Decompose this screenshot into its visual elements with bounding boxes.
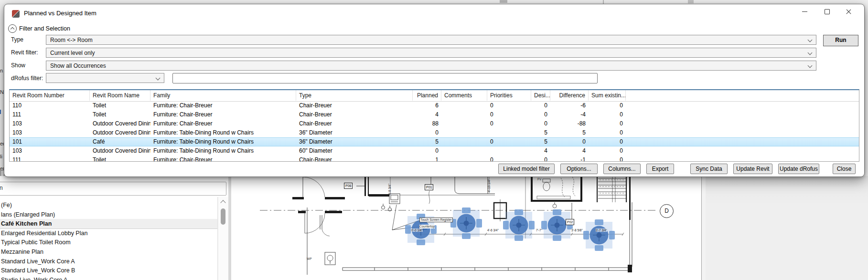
- cell: Furniture: Chair-Breuer: [150, 156, 296, 162]
- drofus-logo-icon: [12, 10, 20, 18]
- floor-plan-view[interactable]: P06P01P02Touch Screen RegisterCountertop…: [231, 176, 701, 280]
- cell: 0: [413, 128, 441, 137]
- cell: -88: [550, 119, 589, 128]
- chevron-down-icon: [808, 51, 813, 55]
- cell: Furniture: Chair-Breuer: [150, 101, 296, 110]
- cell: 0: [531, 119, 550, 128]
- linked-model-filter-button[interactable]: Linked model filter: [498, 164, 555, 174]
- options-button[interactable]: Options...: [560, 164, 598, 174]
- update-revit-button[interactable]: Update Revit: [733, 164, 772, 174]
- sidebar-item-4[interactable]: Typical Public Toilet Room: [0, 238, 218, 247]
- table-cluster: [503, 209, 535, 241]
- right-panel: [706, 176, 868, 280]
- cell: [441, 119, 487, 128]
- cell: 0: [589, 156, 626, 162]
- browser-search-input[interactable]: n: [0, 182, 226, 196]
- export-button[interactable]: Export: [646, 164, 674, 174]
- show-label: Show: [11, 62, 25, 69]
- cell: 0: [589, 128, 626, 137]
- chevron-down-icon: [808, 63, 813, 68]
- close-dialog-button[interactable]: Close: [833, 164, 856, 174]
- table-row[interactable]: 103Outdoor Covered DiningFurniture: Tabl…: [10, 128, 859, 137]
- table-row[interactable]: 111ToiletFurniture: Chair-BreuerChair-Br…: [10, 110, 859, 119]
- table-row[interactable]: 101CaféFurniture: Table-Dining Round w C…: [10, 137, 859, 146]
- table-row[interactable]: 111ToiletFurniture: Chair-BreuerChair-Br…: [10, 156, 859, 162]
- cell: 4: [531, 146, 550, 156]
- update-drofus-button[interactable]: Update dRofus: [778, 164, 819, 174]
- column-header-0[interactable]: Revit Room Number: [10, 90, 90, 101]
- cell: Outdoor Covered Dining: [90, 146, 150, 156]
- drofus-filter-input[interactable]: [172, 73, 598, 83]
- cell: 0: [487, 101, 531, 110]
- column-header-3[interactable]: Type: [296, 90, 413, 101]
- cell: 103: [10, 128, 90, 137]
- run-button[interactable]: Run: [823, 35, 858, 46]
- sidebar-item-6[interactable]: Standard Live_Work Core A: [0, 257, 218, 266]
- cell: 0: [589, 110, 626, 119]
- cell: [487, 146, 531, 156]
- sidebar-item-0[interactable]: (Fe): [0, 200, 218, 210]
- cell: 0: [589, 101, 626, 110]
- table-row[interactable]: 103Outdoor Covered DiningFurniture: Chai…: [10, 119, 859, 128]
- cell: 103: [10, 119, 90, 128]
- sidebar-item-7[interactable]: Standard Live_Work Core B: [0, 266, 218, 275]
- cell: 5: [531, 128, 550, 137]
- table-header: Revit Room NumberRevit Room NameFamilyTy…: [10, 90, 859, 102]
- sidebar-item-1[interactable]: lans (Enlarged Plan): [0, 210, 218, 219]
- column-header-4[interactable]: Planned: [413, 90, 441, 101]
- background-text-fragment: ed: [0, 141, 4, 146]
- column-header-6[interactable]: Priorities: [487, 90, 531, 101]
- revit-workspace: n (Fe)lans (Enlarged Plan)Café Kitchen P…: [0, 176, 868, 280]
- sidebar-item-5[interactable]: Mezzanine Plan: [0, 247, 218, 257]
- cell: 0: [487, 119, 531, 128]
- columns-button[interactable]: Columns...: [603, 164, 641, 174]
- minimize-button[interactable]: [799, 7, 811, 16]
- maximize-button[interactable]: [821, 7, 833, 16]
- cell: 6: [413, 101, 441, 110]
- chevron-up-icon: [10, 27, 14, 31]
- sidebar-item-3[interactable]: Enlarged Residential Lobby Plan: [0, 228, 218, 238]
- background-text-fragment: N: [0, 89, 4, 95]
- view-list: (Fe)lans (Enlarged Plan)Café Kitchen Pla…: [0, 197, 218, 280]
- column-header-8[interactable]: Difference: [550, 90, 589, 101]
- cell: Toilet: [90, 156, 150, 162]
- show-dropdown[interactable]: Show all Occurrences: [46, 61, 816, 71]
- cell: 0: [413, 146, 441, 156]
- sidebar-item-8[interactable]: Studio Live_Work Core A: [0, 275, 218, 280]
- type-label: Type: [11, 36, 23, 43]
- cell: 110: [10, 101, 90, 110]
- scrollbar-thumb[interactable]: [221, 208, 225, 225]
- column-header-7[interactable]: Desi...: [531, 90, 550, 101]
- revit-screen: nNedliere n (Fe)lans (Enlarged Plan)Café…: [0, 0, 868, 280]
- type-value: Room <-> Room: [50, 37, 93, 43]
- cell: 5: [531, 137, 550, 146]
- column-header-9[interactable]: Sum existin...: [589, 90, 626, 101]
- cell: 60" Diameter: [296, 146, 413, 156]
- column-header-1[interactable]: Revit Room Name: [90, 90, 150, 101]
- scroll-up-icon[interactable]: [220, 200, 225, 205]
- cell: Café: [90, 137, 150, 146]
- cell: 36" Diameter: [296, 128, 413, 137]
- floor-plan-drawing: [231, 176, 701, 280]
- cell: 0: [531, 156, 550, 162]
- drofus-filter-dropdown[interactable]: [46, 73, 164, 83]
- cell: 0: [487, 156, 531, 162]
- table-cluster: [405, 214, 437, 245]
- cell: -4: [550, 110, 589, 119]
- column-header-5[interactable]: Comments: [441, 90, 487, 101]
- collapse-section-button[interactable]: [8, 24, 17, 33]
- type-dropdown[interactable]: Room <-> Room: [46, 35, 816, 45]
- cell: 1: [413, 156, 441, 162]
- sidebar-item-2[interactable]: Café Kitchen Plan: [0, 219, 218, 229]
- revit-filter-dropdown[interactable]: Current level only: [46, 48, 816, 58]
- cell: Furniture: Table-Dining Round w Chairs: [150, 128, 296, 137]
- revit-filter-value: Current level only: [50, 50, 95, 56]
- column-header-2[interactable]: Family: [150, 90, 296, 101]
- close-button[interactable]: [843, 7, 855, 16]
- cell: Outdoor Covered Dining: [90, 128, 150, 137]
- table-row[interactable]: 110ToiletFurniture: Chair-BreuerChair-Br…: [10, 101, 859, 110]
- sidebar-scrollbar[interactable]: [218, 197, 228, 280]
- sync-data-button[interactable]: Sync Data: [690, 164, 728, 174]
- cell: Furniture: Table-Dining Round w Chairs: [150, 137, 296, 146]
- table-row[interactable]: 103Outdoor Covered DiningFurniture: Tabl…: [10, 146, 859, 156]
